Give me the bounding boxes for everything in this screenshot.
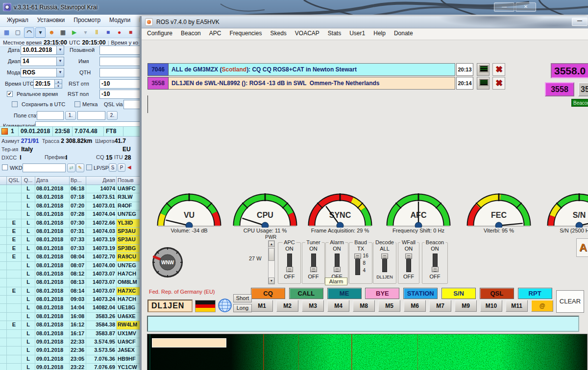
table-row[interactable]: EL08.01.201807:3314073.19SP3AU	[0, 236, 162, 244]
save-utc-checkbox[interactable]	[12, 101, 18, 107]
toggle-switch[interactable]	[406, 254, 411, 272]
toggle-switch[interactable]	[355, 254, 360, 275]
waterfall-display[interactable]	[147, 334, 588, 370]
table-row[interactable]: L08.01.201807:1814073.51R3LW	[0, 193, 162, 202]
memory-button-m11[interactable]: M11	[506, 300, 528, 312]
rx-message-row[interactable]: 3558DL1JEN de SWL-NL8992 (): ROS4 -13 dB…	[147, 77, 510, 90]
call-button[interactable]: CALL	[289, 288, 323, 299]
field-stat-input-1[interactable]	[37, 111, 64, 120]
pwr-down-icon[interactable]: ▼	[269, 278, 274, 284]
short-path-button[interactable]: Short	[233, 294, 252, 302]
toggle-switch-handle[interactable]	[310, 267, 317, 272]
s-button[interactable]: S	[109, 163, 117, 172]
toggle-switch-handle[interactable]	[354, 254, 361, 259]
memory-button-m2[interactable]: M2	[276, 300, 298, 312]
field-stat-button-1[interactable]: 1.	[65, 111, 76, 120]
toggle-switch-handle[interactable]	[334, 267, 341, 272]
monitor-icon[interactable]	[477, 63, 490, 76]
ros-title-bar[interactable]: ROS v7.4.0 by EA5HVK —	[142, 16, 588, 28]
table-row[interactable]: L09.01.201822:333.574.95UA9CF	[0, 338, 162, 347]
rx-text-box[interactable]	[147, 316, 579, 332]
table-row[interactable]: L09.01.201823:227.076.69YC1CW	[0, 364, 162, 370]
table-row[interactable]: L08.01.201808:0714074.00UN7EG	[0, 262, 162, 270]
table-row[interactable]: L08.01.201814:0414082.04UE18G	[0, 304, 162, 312]
band-dropdown-icon[interactable]: ▼	[56, 57, 64, 66]
table-row[interactable]: EL08.01.201807:3314073.19SP3BG	[0, 245, 162, 253]
waterfall-frequency-tag[interactable]	[152, 338, 226, 347]
table-row[interactable]: EL08.01.201808:0414072.70RA9CU	[0, 253, 162, 261]
table-row[interactable]: L08.01.201807:2014073.01R4OF	[0, 202, 162, 210]
time-down-icon[interactable]: ▼	[54, 84, 62, 89]
realtime-checkbox[interactable]: ✔	[7, 91, 13, 97]
close-button[interactable]: ✕	[515, 2, 536, 12]
table-row[interactable]: L08.01.201807:2814074.04UN7EG	[0, 210, 162, 219]
rpt-button[interactable]: RPT	[518, 288, 552, 299]
memory-button-m3[interactable]: M3	[302, 300, 324, 312]
me-button[interactable]: ME	[327, 288, 362, 299]
table-row[interactable]: EL08.01.201816:123584.38RW4LM	[0, 321, 162, 329]
metka-checkbox[interactable]	[74, 101, 80, 107]
long-path-button[interactable]: Long	[233, 304, 252, 312]
pwr-slider[interactable]: ▲ ▼	[268, 240, 275, 284]
table-row[interactable]: L08.01.201808:1314073.07OM8LM	[0, 278, 162, 287]
rx-message-row[interactable]: 7046ALL de GM3MZX (Scotland): CQ CQ ROS8…	[147, 63, 510, 76]
toggle-switch[interactable]	[335, 254, 340, 272]
logging-title-bar[interactable]: v.3.31-61 Russia, Stavropol Krai — ✕	[0, 0, 588, 15]
table-row[interactable]: L08.01.201808:1214073.07HA7CH	[0, 270, 162, 278]
toggle-switch-handle[interactable]	[432, 267, 439, 272]
cq-button[interactable]: CQ	[251, 288, 285, 299]
toggle-switch-handle[interactable]	[381, 254, 388, 259]
memory-button-m10[interactable]: M10	[480, 300, 502, 312]
delete-icon[interactable]: ✖	[492, 77, 505, 90]
memory-button-m7[interactable]: M7	[429, 300, 451, 312]
monitor-icon[interactable]	[477, 77, 490, 90]
toggle-switch[interactable]	[287, 254, 292, 272]
wkd-input[interactable]	[23, 163, 66, 172]
table-row[interactable]: EL08.01.201807:3014072.66YL3ID	[0, 219, 162, 228]
bye-button[interactable]: BYE	[365, 288, 399, 299]
antenna-direction-knob[interactable]: WNW	[151, 246, 184, 279]
minimize-button[interactable]: —	[494, 2, 514, 12]
station-button[interactable]: STATION	[403, 288, 438, 299]
globe-icon[interactable]	[218, 298, 232, 313]
prev-arrow-icon[interactable]: ◀	[127, 164, 131, 170]
p-button[interactable]: P	[118, 163, 125, 172]
memory-button-m4[interactable]: M4	[327, 300, 349, 312]
refresh-icon[interactable]: ⇄	[67, 163, 75, 172]
table-row[interactable]: L08.01.201806:1814074UA9FC	[0, 185, 162, 193]
pwr-up-icon[interactable]: ▲	[269, 241, 274, 247]
table-row[interactable]: L08.01.201816:083583.26UA6XE	[0, 313, 162, 321]
a-button[interactable]: A	[576, 238, 588, 257]
log-table-header[interactable]: QSLQ...ДатаВр...ДиапПозыв	[0, 177, 162, 185]
table-row[interactable]: L08.01.201809:0314073.24HA7CH	[0, 296, 162, 304]
memory-button-m9[interactable]: M9	[455, 300, 477, 312]
toggle-switch[interactable]	[382, 254, 387, 272]
frequency-preset-button-2[interactable]: 35	[578, 82, 588, 96]
table-row[interactable]: L09.01.201823:057.076.36HB9HF	[0, 355, 162, 364]
lpsp-checkbox[interactable]	[86, 164, 92, 170]
s-n-button[interactable]: S/N	[441, 288, 476, 299]
table-row[interactable]: EL08.01.201808:1414073.07HA7XC	[0, 287, 162, 296]
ros-minimize-button[interactable]: —	[572, 18, 588, 26]
frequency-preset-button[interactable]: 3558	[545, 82, 574, 96]
time-utc-input[interactable]: 20:15	[33, 79, 55, 89]
clear-button[interactable]: CLEAR	[556, 290, 584, 313]
field-stat-input-2[interactable]	[77, 111, 105, 120]
field-stat-button-2[interactable]: 2.	[107, 111, 118, 120]
mode-input[interactable]: ROS	[21, 68, 57, 77]
wkd-checkbox[interactable]	[2, 164, 8, 170]
toggle-switch[interactable]	[311, 254, 316, 272]
date-input[interactable]: 10.01.2018	[21, 46, 57, 55]
table-row[interactable]: EL08.01.201807:3114074.03SP3AU	[0, 228, 162, 236]
toggle-switch-handle[interactable]	[286, 267, 293, 272]
memory-button-m6[interactable]: M6	[404, 300, 426, 312]
callsign-box[interactable]: DL1JEN	[147, 300, 193, 312]
memory-button-m5[interactable]: M5	[378, 300, 400, 312]
memory-button-m1[interactable]: M1	[251, 300, 273, 312]
at-button[interactable]: @	[531, 300, 553, 312]
mode-dropdown-icon[interactable]: ▼	[56, 68, 64, 77]
memory-button-m8[interactable]: M8	[353, 300, 375, 312]
qsl-button[interactable]: QSL	[480, 288, 514, 299]
band-input[interactable]: 14	[21, 57, 57, 66]
date-dropdown-icon[interactable]: ▼	[56, 46, 64, 55]
